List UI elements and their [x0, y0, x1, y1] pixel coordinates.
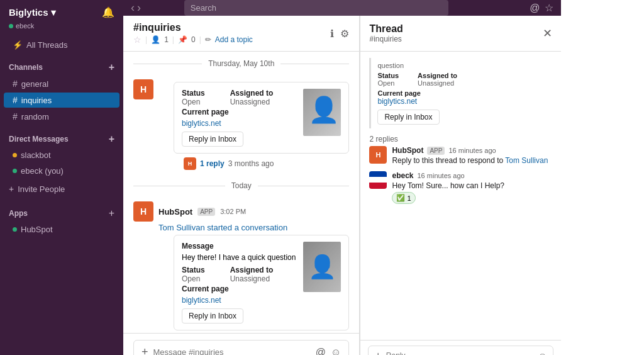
- hubspot-mini-avatar: H: [184, 157, 196, 170]
- invite-people-item[interactable]: + Invite People: [0, 179, 123, 199]
- dm-section-label: Direct Messages: [9, 135, 69, 144]
- assigned-col: Assigned to Unassigned: [418, 72, 457, 87]
- member-count: 1: [164, 35, 169, 44]
- sender-name: HubSpot: [158, 207, 192, 217]
- info-icon[interactable]: ℹ: [330, 28, 334, 40]
- thread-reply-input[interactable]: [386, 351, 533, 355]
- workspace-name[interactable]: Biglytics ▾: [9, 7, 56, 18]
- thread-card-link[interactable]: biglytics.net: [377, 97, 546, 106]
- assigned-label: Assigned to: [418, 72, 457, 79]
- add-icon[interactable]: +: [142, 346, 148, 355]
- new-message-card: Message Hey there! I have a quick questi…: [174, 235, 349, 330]
- assigned-value: Unassigned: [230, 98, 274, 106]
- hash-icon: #: [13, 95, 18, 105]
- status-dot: [13, 153, 17, 157]
- add-topic-button[interactable]: Add a topic: [215, 35, 253, 44]
- add-channel-button[interactable]: +: [109, 62, 114, 73]
- status-label: Status: [182, 89, 205, 98]
- sidebar-item-inquiries[interactable]: # inquiries: [4, 93, 119, 108]
- status-value: Open: [182, 274, 205, 283]
- thread-messages: question Status Open Assigned to Unassig…: [360, 52, 561, 340]
- pin-count: 0: [191, 35, 196, 44]
- thread-original-card: question Status Open Assigned to Unassig…: [369, 58, 552, 128]
- status-dot: [9, 24, 13, 28]
- thread-message-time: 16 minutes ago: [417, 172, 464, 179]
- sidebar-item-ebeck[interactable]: ebeck (you): [4, 164, 119, 178]
- messages-area: Thursday, May 10th H: [123, 52, 359, 333]
- mention: Tom Sullivan started a conversation: [158, 223, 287, 232]
- star-icon[interactable]: ☆: [133, 35, 142, 45]
- reply-inbox-button[interactable]: Reply in Inbox: [182, 308, 243, 324]
- thread-ebeck-avatar: [369, 171, 387, 189]
- gear-icon[interactable]: ⚙: [340, 28, 349, 40]
- back-button[interactable]: ‹: [131, 1, 135, 14]
- reaction-badge[interactable]: ✅ 1: [392, 192, 415, 204]
- message-input[interactable]: [153, 347, 311, 355]
- date-divider-today: Today: [123, 174, 359, 198]
- sidebar-item-hubspot[interactable]: HubSpot: [4, 222, 119, 237]
- question-label: question: [377, 62, 546, 69]
- status-value: Open: [377, 79, 399, 87]
- current-page-label: Current page: [377, 89, 546, 97]
- thread-message-text: Hey Tom! Sure... how can I Help?: [392, 181, 552, 190]
- dm-name-label: ebeck (you): [21, 166, 64, 176]
- status-label: Status: [377, 72, 399, 79]
- assigned-col: Assigned to Unassigned: [230, 89, 274, 106]
- hash-icon: #: [13, 79, 18, 89]
- notifications-bell-icon[interactable]: 🔔: [102, 6, 114, 18]
- assigned-col: Assigned to Unassigned: [230, 266, 274, 283]
- reply-inbox-button[interactable]: Reply in Inbox: [182, 132, 243, 147]
- message-group-old: H Status Open: [123, 76, 359, 174]
- current-page-link[interactable]: biglytics.net: [182, 296, 296, 305]
- status-col: Status Open: [182, 266, 205, 283]
- workspace-title: Biglytics: [9, 7, 48, 18]
- star-icon[interactable]: ☆: [545, 2, 553, 14]
- nav-buttons: ‹ ›: [131, 1, 141, 14]
- status-label: Status: [182, 266, 205, 274]
- at-icon[interactable]: @: [316, 347, 326, 356]
- channel-name-label: inquiries: [21, 96, 52, 105]
- thread-reply-inbox-button[interactable]: Reply in Inbox: [377, 110, 439, 125]
- forward-button[interactable]: ›: [137, 1, 141, 14]
- sidebar-item-general[interactable]: # general: [4, 76, 119, 91]
- threads-icon: ⚡: [13, 40, 23, 50]
- thread-replies-count: 2 replies: [369, 135, 552, 144]
- current-page-link[interactable]: biglytics.net: [182, 119, 296, 128]
- member-count-icon: 👤: [151, 35, 160, 44]
- channel-name-label: general: [21, 79, 48, 89]
- thread-header: Thread #inquiries ✕: [360, 16, 561, 52]
- close-thread-button[interactable]: ✕: [543, 26, 552, 40]
- card-message-text: Hey there! I have a quick question: [182, 253, 296, 262]
- thread-input-area: + ☺: [360, 340, 561, 355]
- emoji-icon[interactable]: ☺: [331, 347, 341, 356]
- date-label: Thursday, May 10th: [202, 59, 280, 68]
- sidebar-item-all-threads[interactable]: ⚡ All Threads: [4, 35, 119, 52]
- topbar: ‹ › @ ☆: [123, 0, 561, 16]
- reaction-emoji: ✅: [396, 194, 405, 202]
- username-label: ebeck: [16, 22, 34, 30]
- replies-link[interactable]: 1 reply: [200, 159, 225, 168]
- hubspot-avatar: H: [133, 79, 153, 99]
- thread-channel: #inquiries: [369, 35, 402, 43]
- channel-header: #inquiries ☆ | 👤 1 | 📌 0 | ✏ Add a topic: [123, 16, 359, 52]
- thread-message-item: ebeck 16 minutes ago Hey Tom! Sure... ho…: [369, 171, 552, 204]
- thread-add-icon[interactable]: +: [375, 350, 380, 355]
- search-input[interactable]: [184, 0, 448, 16]
- pencil-icon: ✏: [205, 35, 211, 44]
- app-status-dot: [13, 227, 17, 232]
- plus-icon: +: [9, 184, 14, 194]
- sidebar-item-slackbot[interactable]: slackbot: [4, 148, 119, 162]
- thread-emoji-icon[interactable]: ☺: [538, 351, 547, 355]
- thread-message-content: ebeck 16 minutes ago Hey Tom! Sure... ho…: [392, 171, 552, 204]
- sender-badge: APP: [197, 208, 215, 216]
- today-label: Today: [225, 181, 258, 190]
- sidebar-item-random[interactable]: # random: [4, 109, 119, 124]
- message-body: Tom Sullivan started a conversation Mess…: [133, 223, 349, 333]
- add-dm-button[interactable]: +: [109, 133, 114, 145]
- status-value: Open: [182, 98, 205, 106]
- add-app-button[interactable]: +: [109, 208, 114, 219]
- person-photo: [303, 89, 341, 136]
- thread-hubspot-avatar: H: [369, 146, 387, 164]
- at-icon[interactable]: @: [530, 3, 540, 14]
- status-dot: [13, 169, 17, 173]
